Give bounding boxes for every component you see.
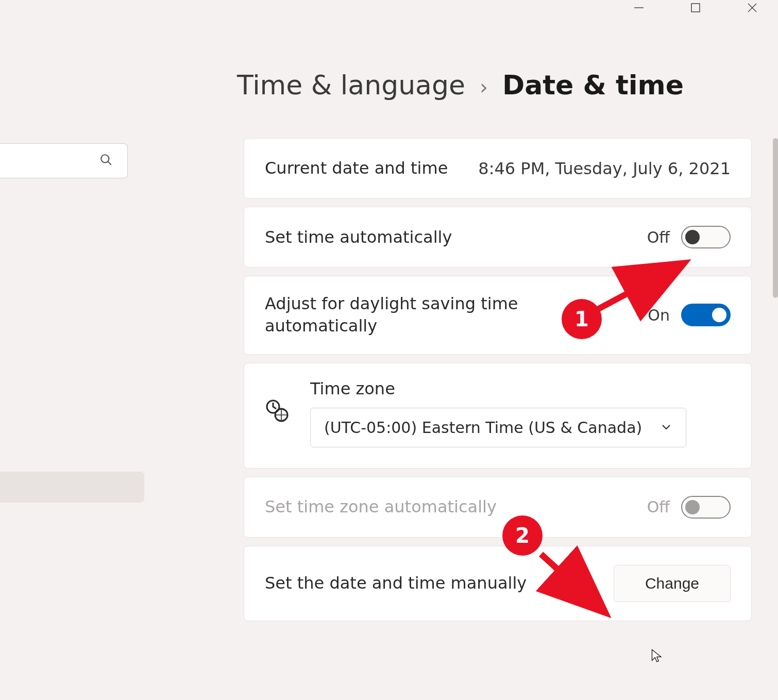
breadcrumb-current: Date & time [502,70,684,101]
set-time-auto-label: Set time automatically [265,226,647,248]
set-time-auto-card: Set time automatically Off [244,207,752,268]
svg-rect-1 [691,4,700,12]
timezone-label: Time zone [310,379,731,398]
current-datetime-label: Current date and time [265,157,478,179]
scrollbar[interactable] [773,138,778,298]
dst-auto-state: On [648,306,670,324]
set-tz-auto-toggle [681,496,731,519]
breadcrumb: Time & language › Date & time [237,70,684,101]
set-time-auto-toggle[interactable] [681,226,731,248]
minimize-button[interactable] [629,0,649,15]
cursor-icon [650,648,665,665]
search-input[interactable] [0,143,128,178]
set-time-auto-state: Off [647,228,670,246]
timezone-icon [265,398,290,427]
dst-auto-card: Adjust for daylight saving time automati… [244,276,752,354]
annotation-badge-1: 1 [562,299,602,339]
close-button[interactable] [742,0,763,15]
set-tz-auto-card: Set time zone automatically Off [244,477,752,538]
maximize-button[interactable] [685,0,706,15]
current-datetime-card: Current date and time 8:46 PM, Tuesday, … [244,138,752,198]
annotation-badge-2: 2 [502,515,543,556]
set-manual-label: Set the date and time manually [265,572,614,594]
settings-main: Current date and time 8:46 PM, Tuesday, … [244,138,752,621]
set-manual-card: Set the date and time manually Change [244,546,752,621]
dst-auto-label: Adjust for daylight saving time automati… [265,293,533,337]
svg-point-4 [101,155,109,162]
current-datetime-value: 8:46 PM, Tuesday, July 6, 2021 [478,159,731,178]
change-button[interactable]: Change [614,565,731,602]
search-icon [99,153,113,169]
dst-auto-toggle[interactable] [681,304,731,326]
set-tz-auto-label: Set time zone automatically [265,496,647,518]
timezone-select[interactable]: (UTC-05:00) Eastern Time (US & Canada) [310,408,686,447]
breadcrumb-parent[interactable]: Time & language [237,70,465,101]
chevron-right-icon: › [480,75,488,99]
set-tz-auto-state: Off [647,498,670,516]
sidebar-selected-item[interactable] [0,472,144,503]
window-controls [613,0,778,15]
svg-line-5 [108,161,111,165]
chevron-down-icon [660,419,672,437]
timezone-card: Time zone (UTC-05:00) Eastern Time (US &… [244,363,752,469]
timezone-value: (UTC-05:00) Eastern Time (US & Canada) [324,419,642,437]
